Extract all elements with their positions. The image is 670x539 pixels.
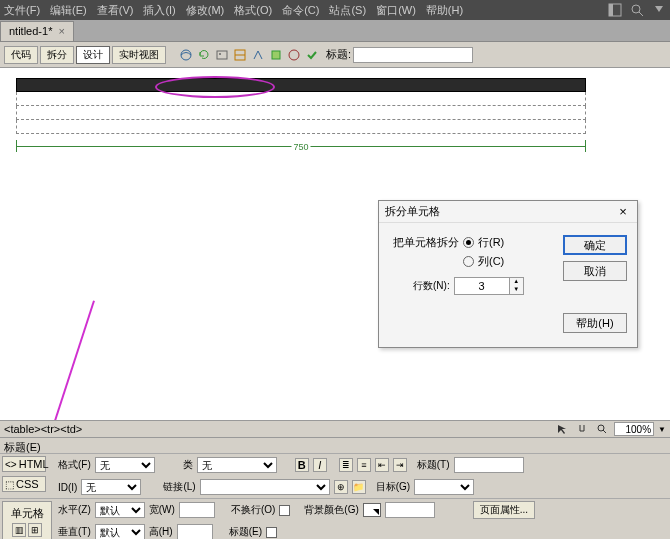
code-view-button[interactable]: 代码: [4, 46, 38, 64]
split-desc-label: 把单元格拆分: [393, 235, 459, 250]
tool-icon-3[interactable]: [214, 47, 230, 63]
view-toolbar: 代码 拆分 设计 实时视图 标题:: [0, 42, 670, 68]
ok-button[interactable]: 确定: [563, 235, 627, 255]
menu-modify[interactable]: 修改(M): [186, 3, 225, 18]
menu-edit[interactable]: 编辑(E): [50, 3, 87, 18]
bg-color-picker[interactable]: [363, 503, 381, 517]
close-tab-icon[interactable]: ×: [58, 25, 64, 37]
target-label: 目标(G): [376, 480, 410, 494]
table-row[interactable]: [16, 78, 586, 92]
table-row[interactable]: [16, 92, 586, 106]
layout-icon[interactable]: [608, 3, 622, 17]
select-tool-icon[interactable]: [554, 421, 570, 437]
browse-folder-icon[interactable]: 📁: [352, 480, 366, 494]
menu-format[interactable]: 格式(O): [234, 3, 272, 18]
menu-site[interactable]: 站点(S): [329, 3, 366, 18]
table-row[interactable]: [16, 120, 586, 134]
table-row[interactable]: [16, 106, 586, 120]
dialog-title: 拆分单元格: [385, 204, 440, 219]
tool-icon-6[interactable]: [268, 47, 284, 63]
html-mode-button[interactable]: <> HTML: [2, 456, 46, 472]
refresh-icon[interactable]: [196, 47, 212, 63]
dialog-close-button[interactable]: ×: [615, 204, 631, 220]
zoom-tool-icon[interactable]: [594, 421, 610, 437]
menu-commands[interactable]: 命令(C): [282, 3, 319, 18]
id-select[interactable]: 无: [81, 479, 141, 495]
class-select[interactable]: 无: [197, 457, 277, 473]
vert-label: 垂直(T): [58, 525, 91, 539]
design-surface[interactable]: 750: [0, 68, 670, 188]
row-radio[interactable]: [463, 237, 474, 248]
live-view-button[interactable]: 实时视图: [112, 46, 166, 64]
menu-help[interactable]: 帮助(H): [426, 3, 463, 18]
document-tabbar: ntitled-1* ×: [0, 20, 670, 42]
tool-icon-1[interactable]: [178, 47, 194, 63]
menu-file[interactable]: 文件(F): [4, 3, 40, 18]
design-view-button[interactable]: 设计: [76, 46, 110, 64]
tool-icon-5[interactable]: [250, 47, 266, 63]
extend-icon[interactable]: [652, 3, 666, 17]
italic-icon[interactable]: I: [313, 458, 327, 472]
outdent-icon[interactable]: ⇤: [375, 458, 389, 472]
width-ruler: 750: [16, 140, 586, 154]
width-label: 宽(W): [149, 503, 175, 517]
title-attr-input[interactable]: [454, 457, 524, 473]
svg-point-6: [219, 53, 221, 55]
rows-spinner[interactable]: ▲▼: [510, 277, 524, 295]
ol-icon[interactable]: ≡: [357, 458, 371, 472]
class-label: 类: [183, 458, 193, 472]
vert-select[interactable]: 默认: [95, 524, 145, 539]
indent-icon[interactable]: ⇥: [393, 458, 407, 472]
css-mode-button[interactable]: ⬚ CSS: [2, 476, 46, 492]
ul-icon[interactable]: ≣: [339, 458, 353, 472]
rows-input[interactable]: [454, 277, 510, 295]
link-select[interactable]: [200, 479, 330, 495]
svg-line-12: [603, 430, 606, 433]
link-target-icon[interactable]: ⊕: [334, 480, 348, 494]
tool-icon-7[interactable]: [286, 47, 302, 63]
cancel-button[interactable]: 取消: [563, 261, 627, 281]
title-label: 标题:: [326, 47, 351, 62]
properties-header: 标题(E): [0, 438, 670, 454]
format-select[interactable]: 无: [95, 457, 155, 473]
title-input[interactable]: [353, 47, 473, 63]
title-attr-label: 标题(T): [417, 458, 450, 472]
header-cb-label: 标题(E): [229, 525, 262, 539]
check-icon[interactable]: [304, 47, 320, 63]
table-visual[interactable]: [16, 78, 586, 134]
properties-panel: 标题(E) <> HTML ⬚ CSS 格式(F) 无 类 无 B I ≣ ≡ …: [0, 438, 670, 539]
target-select[interactable]: [414, 479, 474, 495]
bold-icon[interactable]: B: [295, 458, 309, 472]
tag-path[interactable]: <table><tr><td>: [4, 423, 82, 435]
tool-icon-4[interactable]: [232, 47, 248, 63]
header-checkbox[interactable]: [266, 527, 277, 538]
split-view-button[interactable]: 拆分: [40, 46, 74, 64]
svg-rect-9: [272, 51, 280, 59]
svg-line-3: [639, 12, 643, 16]
menu-insert[interactable]: 插入(I): [143, 3, 175, 18]
svg-rect-5: [217, 51, 227, 59]
svg-rect-1: [609, 4, 613, 16]
hand-tool-icon[interactable]: [574, 421, 590, 437]
split-cell-dialog: 拆分单元格 × 把单元格拆分 行(R) 列(C) 行数(N): ▲▼ 确定 取消: [378, 200, 638, 348]
menu-view[interactable]: 查看(V): [97, 3, 134, 18]
help-button[interactable]: 帮助(H): [563, 313, 627, 333]
cell-box[interactable]: 单元格 ▥ ⊞: [2, 501, 52, 539]
bg-color-input[interactable]: [385, 502, 435, 518]
menu-window[interactable]: 窗口(W): [376, 3, 416, 18]
page-properties-button[interactable]: 页面属性...: [473, 501, 535, 519]
col-radio[interactable]: [463, 256, 474, 267]
split-cells-icon[interactable]: ⊞: [28, 523, 42, 537]
svg-point-4: [181, 50, 191, 60]
row-radio-label: 行(R): [478, 235, 504, 250]
height-input[interactable]: [177, 524, 213, 539]
document-tab[interactable]: ntitled-1* ×: [0, 21, 74, 41]
width-input[interactable]: [179, 502, 215, 518]
horiz-select[interactable]: 默认: [95, 502, 145, 518]
search-icon[interactable]: [630, 3, 644, 17]
merge-cells-icon[interactable]: ▥: [12, 523, 26, 537]
link-label: 链接(L): [163, 480, 195, 494]
rows-label: 行数(N):: [413, 279, 450, 293]
nowrap-checkbox[interactable]: [279, 505, 290, 516]
zoom-input[interactable]: [614, 422, 654, 436]
